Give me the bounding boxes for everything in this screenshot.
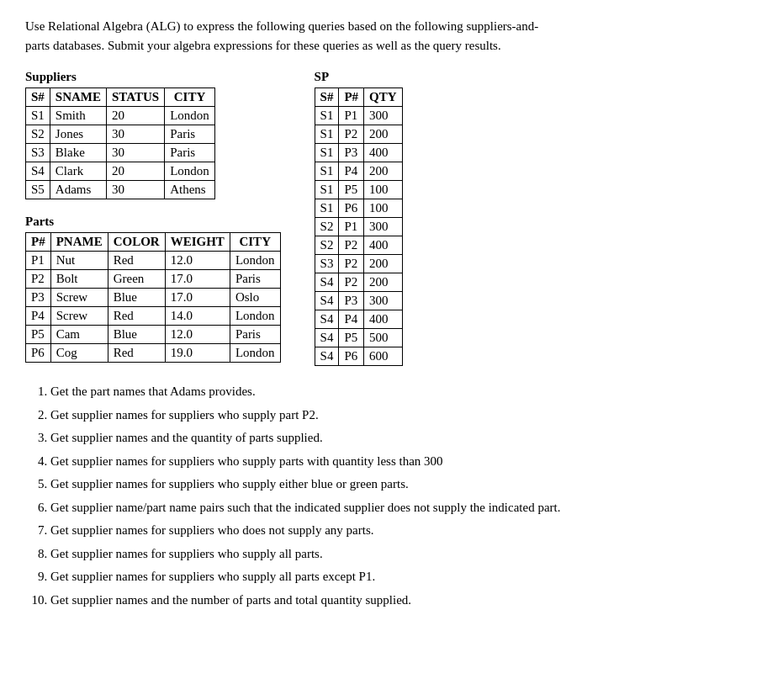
table-cell: S1	[315, 107, 339, 125]
table-cell: S4	[315, 310, 339, 329]
sp-col-pnum: P#	[339, 88, 364, 107]
table-cell: 12.0	[165, 252, 230, 270]
table-cell: 200	[364, 125, 403, 144]
table-cell: P5	[339, 329, 364, 347]
table-cell: S1	[315, 125, 339, 144]
suppliers-table: S# SNAME STATUS CITY S1Smith20LondonS2Jo…	[25, 88, 215, 199]
parts-header-row: P# PNAME COLOR WEIGHT CITY	[26, 233, 281, 252]
sp-table: S# P# QTY S1P1300S1P2200S1P3400S1P4200S1…	[315, 88, 403, 366]
question-item: Get supplier name/part name pairs such t…	[50, 497, 742, 519]
table-cell: S3	[26, 144, 50, 162]
suppliers-row: S2Jones30Paris	[26, 125, 215, 144]
sp-col-qty: QTY	[364, 88, 403, 107]
table-cell: Oslo	[230, 289, 280, 307]
table-cell: P4	[339, 162, 364, 181]
table-cell: Nut	[50, 252, 108, 270]
table-cell: 19.0	[165, 344, 230, 363]
table-cell: 20	[107, 162, 165, 181]
table-cell: S1	[315, 144, 339, 162]
table-cell: P4	[339, 310, 364, 329]
table-cell: 17.0	[165, 270, 230, 289]
table-cell: 14.0	[165, 307, 230, 326]
question-item: Get supplier names for suppliers who sup…	[50, 474, 742, 496]
table-cell: Cog	[50, 344, 108, 363]
intro-paragraph: Use Relational Algebra (ALG) to express …	[25, 17, 742, 55]
table-cell: Paris	[230, 326, 280, 344]
table-cell: 300	[364, 218, 403, 236]
sp-row: S4P4400	[315, 310, 402, 329]
question-item: Get supplier names for suppliers who sup…	[50, 451, 742, 473]
table-cell: P3	[26, 289, 51, 307]
question-item: Get supplier names for suppliers who sup…	[50, 405, 742, 427]
table-cell: S1	[315, 199, 339, 218]
parts-row: P6CogRed19.0London	[26, 344, 281, 363]
parts-row: P2BoltGreen17.0Paris	[26, 270, 281, 289]
table-cell: S1	[26, 107, 50, 125]
table-cell: Screw	[50, 307, 108, 326]
question-item: Get supplier names for suppliers who doe…	[50, 520, 742, 542]
parts-table: P# PNAME COLOR WEIGHT CITY P1NutRed12.0L…	[25, 232, 281, 363]
table-cell: P3	[339, 144, 364, 162]
table-cell: Screw	[50, 289, 108, 307]
table-cell: Smith	[50, 107, 106, 125]
sp-row: S4P6600	[315, 347, 402, 366]
table-cell: S2	[315, 218, 339, 236]
sp-section: SP S# P# QTY S1P1300S1P2200S1P3400S1P420…	[315, 70, 403, 366]
sp-row: S2P2400	[315, 236, 402, 255]
table-cell: P2	[339, 273, 364, 292]
table-cell: P5	[339, 181, 364, 199]
parts-col-city: CITY	[230, 233, 280, 252]
table-cell: 100	[364, 199, 403, 218]
table-cell: S2	[315, 236, 339, 255]
table-cell: Red	[108, 344, 165, 363]
table-cell: P6	[339, 199, 364, 218]
sp-row: S1P3400	[315, 144, 402, 162]
suppliers-row: S4Clark20London	[26, 162, 215, 181]
table-cell: London	[165, 162, 215, 181]
table-cell: London	[165, 107, 215, 125]
table-cell: Green	[108, 270, 165, 289]
suppliers-row: S1Smith20London	[26, 107, 215, 125]
table-cell: London	[230, 307, 280, 326]
table-cell: P2	[339, 255, 364, 273]
suppliers-row: S5Adams30Athens	[26, 181, 215, 199]
table-cell: Red	[108, 252, 165, 270]
table-cell: P1	[339, 107, 364, 125]
table-cell: 30	[107, 144, 165, 162]
table-cell: 17.0	[165, 289, 230, 307]
table-cell: S4	[315, 273, 339, 292]
table-cell: Blue	[108, 289, 165, 307]
table-cell: S4	[26, 162, 50, 181]
suppliers-row: S3Blake30Paris	[26, 144, 215, 162]
question-item: Get supplier names and the quantity of p…	[50, 427, 742, 449]
parts-label: Parts	[25, 215, 281, 229]
table-cell: 200	[364, 162, 403, 181]
table-cell: P3	[339, 292, 364, 310]
suppliers-header-row: S# SNAME STATUS CITY	[26, 88, 215, 107]
question-item: Get the part names that Adams provides.	[50, 381, 742, 403]
suppliers-col-sname: SNAME	[50, 88, 106, 107]
table-cell: S4	[315, 347, 339, 366]
suppliers-section: Suppliers S# SNAME STATUS CITY S1Smith20…	[25, 70, 281, 199]
table-cell: London	[230, 252, 280, 270]
parts-col-pname: PNAME	[50, 233, 108, 252]
table-cell: 300	[364, 292, 403, 310]
sp-label: SP	[315, 70, 403, 84]
parts-col-weight: WEIGHT	[165, 233, 230, 252]
table-cell: S1	[315, 162, 339, 181]
table-cell: 300	[364, 107, 403, 125]
table-cell: S1	[315, 181, 339, 199]
table-cell: Cam	[50, 326, 108, 344]
table-cell: 100	[364, 181, 403, 199]
table-cell: 20	[107, 107, 165, 125]
table-cell: P6	[339, 347, 364, 366]
table-cell: 30	[107, 181, 165, 199]
parts-row: P5CamBlue12.0Paris	[26, 326, 281, 344]
table-cell: 500	[364, 329, 403, 347]
table-cell: Athens	[165, 181, 215, 199]
parts-col-color: COLOR	[108, 233, 165, 252]
table-cell: S2	[26, 125, 50, 144]
table-cell: London	[230, 344, 280, 363]
sp-row: S3P2200	[315, 255, 402, 273]
suppliers-label: Suppliers	[25, 70, 281, 84]
